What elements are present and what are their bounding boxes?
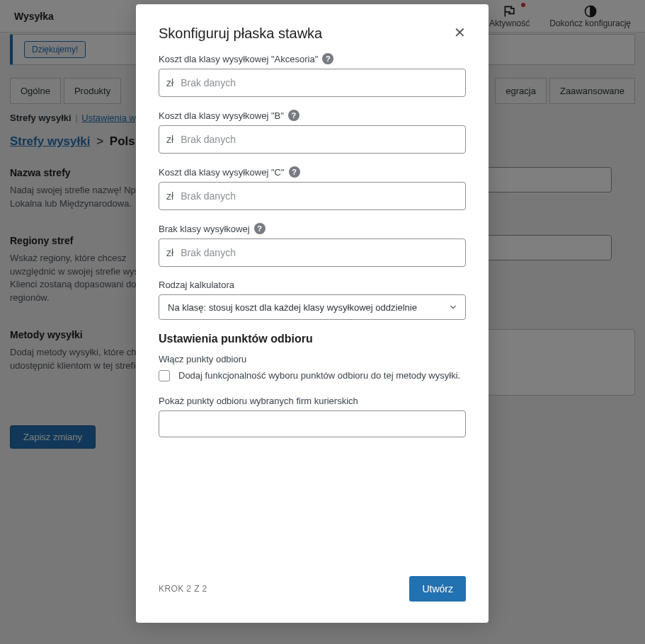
- pickup-enable-desc: Dodaj funkcjonalność wyboru punktów odbi…: [178, 369, 460, 383]
- step-indicator: KROK 2 Z 2: [159, 584, 207, 594]
- pickup-enable-label: Włącz punkty odbioru: [159, 354, 466, 364]
- currency-prefix: zł: [159, 77, 181, 88]
- cost-b-input[interactable]: zł: [159, 125, 466, 154]
- pickup-carriers-label: Pokaż punkty odbioru wybranych firm kuri…: [159, 396, 466, 406]
- help-icon[interactable]: ?: [322, 53, 333, 64]
- create-button[interactable]: Utwórz: [409, 576, 466, 602]
- help-icon[interactable]: ?: [288, 110, 299, 121]
- help-icon[interactable]: ?: [289, 166, 300, 178]
- currency-prefix: zł: [159, 247, 181, 258]
- help-icon[interactable]: ?: [254, 223, 266, 234]
- cost-c-input[interactable]: zł: [159, 182, 466, 210]
- close-icon[interactable]: ✕: [448, 25, 466, 40]
- pickup-enable-checkbox[interactable]: [159, 370, 170, 381]
- modal-body[interactable]: Koszt dla klasy wysyłkowej "Akcesoria" ?…: [136, 42, 489, 560]
- cost-b-label: Koszt dla klasy wysyłkowej "B": [159, 110, 284, 121]
- cost-akcesoria-input[interactable]: zł: [159, 69, 466, 97]
- pickup-heading: Ustawienia punktów odbioru: [159, 333, 466, 345]
- cost-akcesoria-label: Koszt dla klasy wysyłkowej "Akcesoria": [159, 54, 318, 64]
- pickup-carriers-select[interactable]: [159, 410, 466, 437]
- currency-prefix: zł: [159, 134, 181, 145]
- currency-prefix: zł: [159, 190, 181, 202]
- cost-c-label: Koszt dla klasy wysyłkowej "C": [159, 167, 285, 178]
- modal-title: Skonfiguruj płaska stawka: [159, 25, 322, 42]
- calc-type-label: Rodzaj kalkulatora: [159, 280, 234, 290]
- cost-none-input[interactable]: zł: [159, 238, 466, 267]
- flat-rate-modal: Skonfiguruj płaska stawka ✕ Koszt dla kl…: [136, 4, 489, 623]
- calc-type-value: Na klasę: stosuj koszt dla każdej klasy …: [168, 302, 417, 313]
- calc-type-select[interactable]: Na klasę: stosuj koszt dla każdej klasy …: [159, 294, 466, 320]
- cost-none-label: Brak klasy wysyłkowej: [159, 224, 250, 234]
- chevron-down-icon: [448, 302, 458, 312]
